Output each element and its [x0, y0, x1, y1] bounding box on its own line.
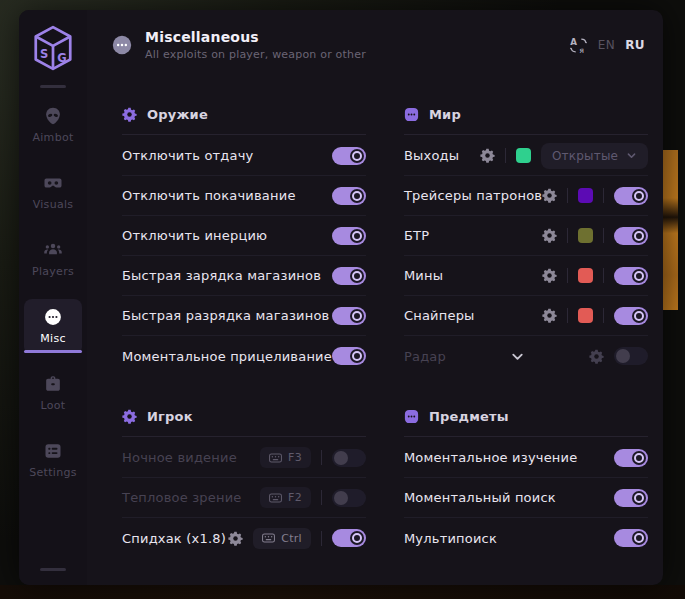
keybind-button[interactable]: Ctrl [253, 528, 311, 549]
toggle-switch[interactable] [332, 347, 366, 365]
toggle-knob [632, 269, 646, 283]
ellipsis-circle-icon [43, 307, 63, 327]
game-background-orange [662, 150, 678, 310]
gear-icon[interactable] [480, 148, 495, 163]
ellipsis-circle-icon [111, 34, 133, 56]
row-controls [542, 187, 648, 205]
content-column-left: ОружиеОтключить отдачуОтключить покачива… [122, 104, 366, 558]
row-label: Моментальный поиск [404, 490, 556, 505]
toggle-switch[interactable] [614, 267, 648, 285]
keyboard-icon [269, 453, 282, 463]
sidebar-bottom-dash [40, 568, 66, 571]
toggle-switch[interactable] [614, 529, 648, 547]
row-label: Быстрая разрядка магазинов [122, 308, 329, 323]
toggle-knob [350, 349, 364, 363]
sidebar-nav: AimbotVisualsPlayersMiscLootSettings [24, 98, 82, 500]
row-label: Снайперы [404, 308, 475, 323]
control-divider [321, 531, 322, 546]
section-title: Игрок [147, 409, 193, 424]
keybind-button[interactable]: F3 [260, 447, 311, 468]
toggle-knob [632, 309, 646, 323]
sidebar-item-misc[interactable]: Misc [24, 299, 82, 353]
control-divider [567, 268, 568, 283]
color-swatch[interactable] [516, 148, 531, 163]
gear-icon[interactable] [589, 349, 604, 364]
section-world: МирВыходыОткрытыеТрейсеры патроновБТРМин… [404, 104, 648, 376]
keybind-label: F2 [288, 491, 302, 504]
color-swatch[interactable] [578, 308, 593, 323]
row-items-1: Моментальный поиск [404, 478, 648, 518]
toggle-knob [632, 189, 646, 203]
row-label: Мультипоиск [404, 531, 497, 546]
toggle-switch[interactable] [614, 307, 648, 325]
sg-cube-logo: S G [31, 25, 75, 71]
color-swatch[interactable] [578, 188, 593, 203]
section-divider [122, 134, 366, 135]
color-swatch[interactable] [578, 228, 593, 243]
sidebar-item-players[interactable]: Players [24, 232, 82, 286]
toggle-switch[interactable] [614, 449, 648, 467]
row-controls [332, 147, 366, 165]
row-weapon-1: Отключить покачивание [122, 176, 366, 216]
sidebar-item-label: Misc [40, 332, 66, 345]
control-divider [321, 450, 322, 465]
chevron-down-icon[interactable] [510, 349, 525, 364]
chevron-down-icon [626, 150, 637, 161]
gear-icon[interactable] [542, 308, 557, 323]
color-swatch[interactable] [578, 268, 593, 283]
row-controls [542, 267, 648, 285]
row-controls [542, 307, 648, 325]
page-header: Miscellaneous All exploits on player, we… [87, 10, 663, 56]
row-label: БТР [404, 228, 429, 243]
keybind-button[interactable]: F2 [260, 487, 311, 508]
row-items-2: Мультипоиск [404, 518, 648, 558]
toggle-switch[interactable] [332, 529, 366, 547]
row-world-2: БТР [404, 216, 648, 256]
sidebar-item-loot[interactable]: Loot [24, 366, 82, 420]
section-title: Оружие [147, 107, 208, 122]
row-world-0: ВыходыОткрытые [404, 136, 648, 176]
toggle-switch[interactable] [614, 227, 648, 245]
toggle-switch[interactable] [332, 227, 366, 245]
row-world-3: Мины [404, 256, 648, 296]
row-world-5: Радар [404, 336, 648, 376]
row-middle [446, 349, 589, 364]
toggle-switch[interactable] [332, 187, 366, 205]
vr-goggles-icon [43, 173, 63, 193]
sidebar-item-label: Settings [29, 466, 77, 479]
row-weapon-3: Быстрая зарядка магазинов [122, 256, 366, 296]
toggle-knob [632, 229, 646, 243]
svg-text:G: G [57, 51, 66, 65]
lang-option-ru[interactable]: RU [625, 38, 645, 52]
section-divider [404, 134, 648, 135]
toggle-switch[interactable] [332, 147, 366, 165]
toggle-switch[interactable] [332, 489, 366, 507]
cheat-menu-window: S G AimbotVisualsPlayersMiscLootSettings… [19, 10, 663, 585]
sidebar-item-aimbot[interactable]: Aimbot [24, 98, 82, 152]
section-divider [122, 436, 366, 437]
toggle-switch[interactable] [614, 489, 648, 507]
content-column-right: МирВыходыОткрытыеТрейсеры патроновБТРМин… [404, 104, 648, 558]
row-controls [332, 187, 366, 205]
gear-icon[interactable] [228, 531, 243, 546]
sidebar-item-settings[interactable]: Settings [24, 433, 82, 487]
gear-icon[interactable] [542, 188, 557, 203]
toggle-switch[interactable] [332, 307, 366, 325]
gear-icon[interactable] [542, 228, 557, 243]
toggle-switch[interactable] [332, 449, 366, 467]
keybind-label: Ctrl [281, 532, 302, 545]
toggle-knob [350, 149, 364, 163]
toggle-switch[interactable] [614, 347, 648, 365]
gear-icon[interactable] [542, 268, 557, 283]
sidebar-item-visuals[interactable]: Visuals [24, 165, 82, 219]
row-label: Радар [404, 349, 446, 364]
toggle-switch[interactable] [614, 187, 648, 205]
row-player-0: Ночное видениеF3 [122, 438, 366, 478]
settings-list-icon [43, 441, 63, 461]
row-weapon-5: Моментальное прицеливание [122, 336, 366, 376]
toggle-switch[interactable] [332, 267, 366, 285]
row-world-4: Снайперы [404, 296, 648, 336]
translate-icon: A я [569, 36, 588, 55]
lang-option-en[interactable]: EN [598, 38, 615, 52]
dropdown-select[interactable]: Открытые [541, 143, 648, 169]
